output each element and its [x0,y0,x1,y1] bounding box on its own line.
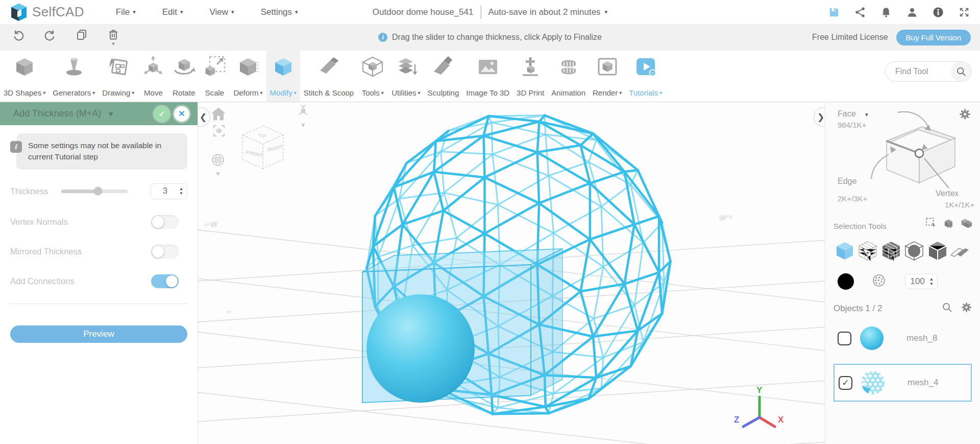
tool-label: 3D Shapes▾ [4,88,45,97]
panel-title: Add Thickness (M+A) [13,108,101,119]
stepper[interactable]: ▲▼ [179,187,183,195]
thickness-slider[interactable] [61,190,128,193]
plane-mode-icon[interactable] [949,240,972,262]
slider-fill [61,190,98,193]
info-icon[interactable] [933,7,944,18]
selection-mode-icons [834,240,972,262]
toolbar-tool-stitch-scoop[interactable]: Stitch & Scoop [300,51,357,102]
thickness-value-box: ▲▼ [151,183,187,199]
delete-icon[interactable]: ▼ [107,29,119,46]
toolbar-tool-3d-shapes[interactable]: 3D Shapes▾ [0,51,49,102]
material-sphere-icon[interactable] [871,273,887,290]
toolbar-tool-utilities[interactable]: Utilities▾ [388,51,424,102]
close-x-icon[interactable]: ✕ [174,106,189,122]
toolbar-tool-drawing[interactable]: Drawing▾ [99,51,138,102]
notifications-icon[interactable] [880,7,892,18]
fullscreen-icon[interactable] [959,7,970,18]
face-stats[interactable]: Face ▾ 984/1K+ [838,109,868,129]
object-name: mesh_8 [906,333,937,343]
toolbar-tool-tools[interactable]: Tools▾ [357,51,388,102]
toolbar-tool-3d-print[interactable]: 3D Print [513,51,548,102]
search-icon[interactable] [942,302,952,315]
document-title-group: Outdoor dome house_541 Auto-save in abou… [373,6,607,19]
toolbar-tool-move[interactable]: Move [138,51,168,102]
toolbar-tool-render[interactable]: Render▾ [589,51,625,102]
object-row-mesh-4[interactable]: ✓ mesh_4 [834,364,972,402]
copy-icon[interactable] [76,29,88,41]
object-checkbox[interactable]: ✓ [838,332,851,345]
axes-widget-icon[interactable] [296,105,310,121]
chevron-down-icon[interactable]: ▼ [107,110,114,118]
viewport-3d[interactable]: ⌐w w¬ – ❮ ❯ [198,102,825,444]
step-up-icon[interactable]: ▲ [929,277,934,281]
wireframe-mode-icon[interactable] [856,240,879,262]
chevron-down-icon: ▾ [133,9,136,15]
mirrored-thickness-toggle[interactable] [151,245,179,259]
thickness-label: Thickness [10,185,61,197]
object-checkbox[interactable]: ✓ [839,376,852,390]
save-icon[interactable] [828,7,840,18]
menu-settings[interactable]: Settings▾ [261,7,298,17]
home-icon[interactable] [211,107,226,123]
object-row-mesh-8[interactable]: ✓ mesh_8 [834,321,972,356]
chevron-down-icon: ▾ [132,90,134,96]
tool-label: Deform▾ [233,88,262,97]
toolbar-tool-animation[interactable]: Animation [548,51,589,102]
color-swatch[interactable] [838,273,854,290]
sphere-in-cube-mode-icon[interactable] [903,240,925,262]
selfcad-logo[interactable]: SelfCAD [10,3,84,21]
toggle-knob [152,216,164,228]
polygon-grid-mode-icon[interactable] [880,240,902,262]
chevron-down-icon[interactable]: ▼ [215,170,221,177]
step-down-icon[interactable]: ▼ [929,282,934,286]
toolbar-tool-sculpting[interactable]: Sculpting [424,51,463,102]
tool-label: Tools▾ [362,88,384,97]
fit-view-icon[interactable] [213,125,225,139]
axis-y-label: Y [756,386,763,395]
edge-stats[interactable]: Edge 2K+/3K+ [838,177,867,203]
stepper[interactable]: ▲▼ [929,277,934,286]
share-icon[interactable] [854,7,866,18]
panel-header[interactable]: Add Thickness (M+A) ▼ ✓ ✕ [0,102,198,125]
search-icon[interactable] [951,61,971,82]
apply-check-icon[interactable]: ✓ [154,106,169,122]
tool-label: 3D Print [517,88,544,97]
toolbar-tool-scale[interactable]: Scale [199,51,230,102]
tools-row: 3D Shapes▾Generators▾Drawing▾MoveRotateS… [0,51,666,102]
find-tool-input[interactable] [886,67,951,76]
autosave-status[interactable]: Auto-save in about 2 minutes▾ [488,7,607,17]
toolbar-tool-modify[interactable]: Modify▾ [266,51,300,102]
axis-gizmo: Y X Z [729,386,790,435]
solid-mode-icon[interactable] [834,240,856,262]
thickness-input[interactable] [151,186,179,196]
tool-label: Render▾ [593,88,622,97]
opacity-input[interactable] [905,276,929,287]
toolbar-tool-tutorials[interactable]: Tutorials▾ [625,51,666,102]
menu-file[interactable]: File▾ [116,7,136,17]
chevron-down-icon[interactable]: ▼ [300,122,306,129]
slider-knob[interactable] [93,187,102,196]
account-icon[interactable] [906,7,918,18]
preview-button[interactable]: Preview [10,325,187,343]
gear-icon[interactable] [961,302,972,315]
step-down-icon[interactable]: ▼ [179,192,183,195]
split-cube-mode-icon[interactable] [926,240,949,262]
edge-count: 2K+/3K+ [838,194,867,203]
redo-icon[interactable] [44,29,56,41]
step-up-icon[interactable]: ▲ [179,187,183,191]
menu-view[interactable]: View▾ [210,7,234,17]
vertex-normals-toggle[interactable] [151,215,179,229]
orbit-icon[interactable] [210,152,226,170]
view-cube[interactable]: TOP FRONT RIGHT [238,123,287,172]
vertex-stats[interactable]: Vertex 1K+/1K+ [936,189,974,209]
toolbar-tool-image-to-3d[interactable]: Image To 3D [462,51,513,102]
undo-icon[interactable] [12,29,24,41]
shapes-icon [13,56,36,78]
toolbar-tool-rotate[interactable]: Rotate [168,51,199,102]
toolbar-tool-deform[interactable]: Deform▾ [230,51,266,102]
menu-edit[interactable]: Edit▾ [162,7,183,17]
toolbar-tool-generators[interactable]: Generators▾ [49,51,99,102]
find-tool-search[interactable] [885,61,972,82]
buy-full-version-button[interactable]: Buy Full Version [896,30,971,45]
add-connections-toggle[interactable] [151,274,179,288]
